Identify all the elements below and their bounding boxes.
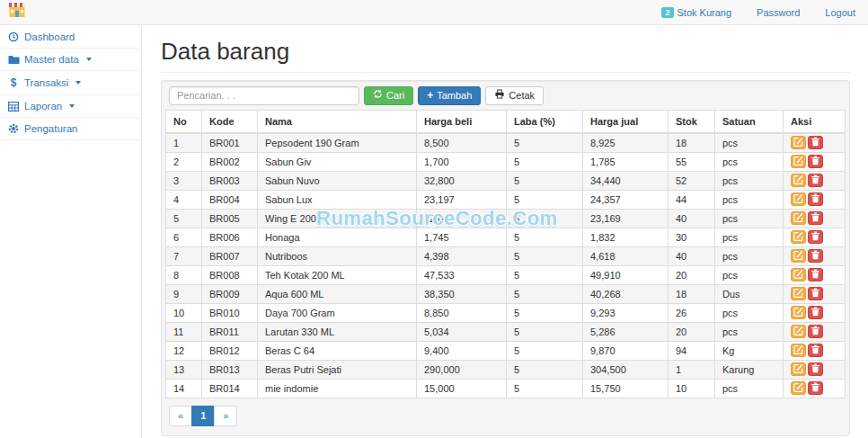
- pagination-prev[interactable]: «: [169, 406, 192, 426]
- table-cell: pcs: [715, 209, 784, 228]
- sidebar-item-dashboard[interactable]: Dashboard: [0, 26, 141, 49]
- delete-button[interactable]: [808, 381, 823, 395]
- aksi-cell: [784, 341, 846, 360]
- table-cell: 40: [669, 246, 715, 265]
- table-cell: 15,000: [417, 379, 507, 398]
- pagination-next[interactable]: »: [214, 406, 237, 426]
- table-cell: Sabun Nuvo: [258, 171, 417, 190]
- delete-button[interactable]: [808, 174, 823, 187]
- edit-button[interactable]: [791, 136, 806, 149]
- delete-button[interactable]: [808, 249, 823, 263]
- table-cell: BR006: [202, 228, 258, 246]
- table-cell: 11: [166, 322, 202, 341]
- table-row: 6BR006Honaga1,74551,83230pcs: [166, 228, 846, 246]
- edit-button[interactable]: [791, 155, 806, 168]
- table-cell: 10: [669, 379, 715, 398]
- delete-button[interactable]: [808, 306, 823, 319]
- folder-icon: [7, 55, 20, 65]
- col-kode: Kode: [202, 110, 258, 133]
- table-cell: Larutan 330 ML: [258, 322, 417, 341]
- edit-button[interactable]: [791, 325, 806, 338]
- sidebar-item-transaksi[interactable]: $ Transaksi: [0, 71, 141, 95]
- tambah-button[interactable]: + Tambah: [418, 86, 481, 105]
- table-cell: 9: [166, 284, 202, 303]
- table-cell: 32,800: [417, 171, 507, 190]
- sidebar-item-label: Dashboard: [24, 31, 75, 42]
- sidebar-item-laporan[interactable]: Laporan: [0, 95, 141, 118]
- sidebar-item-pengaturan[interactable]: Pengaturan: [0, 118, 141, 140]
- nav-stok-kurang-link[interactable]: 2 Stok Kurang: [661, 7, 731, 18]
- search-input[interactable]: [169, 86, 359, 105]
- delete-button[interactable]: [808, 192, 823, 206]
- table-cell: 5: [507, 265, 583, 284]
- table-cell: 8,850: [417, 303, 507, 322]
- aksi-cell: [784, 379, 846, 398]
- brand-logo[interactable]: [8, 3, 26, 22]
- table-row: 14BR014mie indomie15,000515,75010pcs: [166, 379, 846, 398]
- refresh-icon: [373, 89, 383, 102]
- table-row: 2BR002Sabun Giv1,70051,78555pcs: [166, 152, 846, 171]
- table-cell: 5,034: [417, 322, 507, 341]
- table-cell: 18: [669, 284, 715, 303]
- edit-button[interactable]: [791, 192, 806, 206]
- table-cell: 5: [507, 303, 583, 322]
- sidebar: Dashboard Master data $ Transaksi Lapora…: [0, 26, 142, 438]
- table-row: 7BR007Nutriboos4,39854,61840pcs: [166, 246, 846, 265]
- nav-logout-link[interactable]: Logout: [825, 7, 855, 18]
- trash-icon: [810, 344, 820, 357]
- stok-kurang-badge: 2: [661, 7, 673, 18]
- delete-button[interactable]: [808, 362, 823, 376]
- aksi-cell: [784, 190, 846, 209]
- edit-icon: [793, 136, 803, 149]
- edit-button[interactable]: [791, 174, 806, 187]
- table-cell: BR008: [202, 265, 258, 284]
- aksi-cell: [784, 360, 846, 379]
- aksi-cell: [784, 152, 846, 171]
- edit-button[interactable]: [791, 362, 806, 376]
- table-cell: 13: [166, 360, 202, 379]
- table-cell: BR011: [202, 322, 258, 341]
- edit-button[interactable]: [791, 381, 806, 395]
- table-cell: 23,169: [583, 209, 669, 228]
- delete-button[interactable]: [808, 268, 823, 282]
- sidebar-item-label: Pengaturan: [24, 123, 77, 134]
- edit-button[interactable]: [791, 344, 806, 357]
- delete-button[interactable]: [808, 230, 823, 244]
- delete-button[interactable]: [808, 344, 823, 357]
- trash-icon: [810, 211, 820, 225]
- edit-button[interactable]: [791, 287, 806, 300]
- table-cell: 24,357: [583, 190, 669, 209]
- pagination-page-1[interactable]: 1: [191, 406, 215, 426]
- table-cell: BR001: [202, 133, 258, 153]
- cetak-button[interactable]: Cetak: [485, 86, 544, 105]
- edit-button[interactable]: [791, 230, 806, 244]
- edit-button[interactable]: [791, 306, 806, 319]
- aksi-cell: [784, 322, 846, 341]
- table-row: 9BR009Aqua 600 ML38,350540,26818Dus: [166, 284, 846, 303]
- table-cell: Daya 700 Gram: [258, 303, 417, 322]
- delete-button[interactable]: [808, 211, 823, 225]
- table-cell: 1: [166, 133, 202, 153]
- delete-button[interactable]: [808, 155, 823, 168]
- table-cell: pcs: [715, 190, 784, 209]
- table-cell: 5: [507, 190, 583, 209]
- nav-password-link[interactable]: Password: [757, 7, 800, 18]
- edit-button[interactable]: [791, 211, 806, 225]
- col-nama: Nama: [258, 110, 417, 133]
- table-cell: pcs: [715, 246, 784, 265]
- trash-icon: [810, 249, 820, 263]
- sidebar-item-master-data[interactable]: Master data: [0, 49, 141, 71]
- edit-button[interactable]: [791, 249, 806, 263]
- cari-button[interactable]: Cari: [364, 86, 413, 105]
- table-row: 1BR001Pepsodent 190 Gram8,50058,92518pcs: [166, 133, 846, 153]
- delete-button[interactable]: [808, 325, 823, 338]
- table-cell: 9,400: [417, 341, 507, 360]
- table-cell: 40,268: [583, 284, 669, 303]
- table-cell: Wing E 200: [258, 209, 417, 228]
- table-cell: Pepsodent 190 Gram: [258, 133, 417, 153]
- delete-button[interactable]: [808, 136, 823, 149]
- delete-button[interactable]: [808, 287, 823, 300]
- trash-icon: [810, 287, 820, 300]
- table-cell: Sabun Lux: [258, 190, 417, 209]
- edit-button[interactable]: [791, 268, 806, 282]
